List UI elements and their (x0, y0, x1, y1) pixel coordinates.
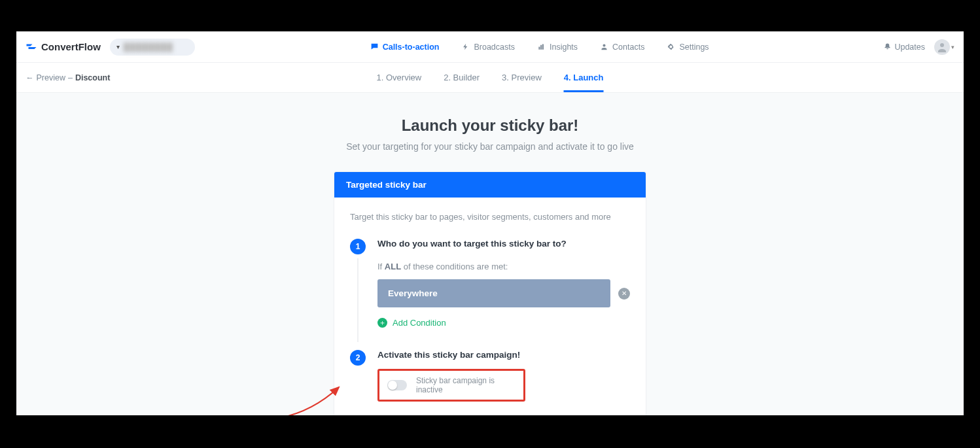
condition-intro: If ALL of these conditions are met: (377, 262, 630, 271)
step-indicator: 1 (350, 239, 366, 346)
nav-label: Settings (679, 43, 709, 52)
condition-label: Everywhere (388, 288, 438, 298)
nav-calls-to-action[interactable]: Calls-to-action (370, 43, 440, 52)
cond-suffix: of these conditions are met: (401, 262, 508, 271)
breadcrumb[interactable]: ← Preview – Discount (26, 73, 110, 82)
breadcrumb-preview: Preview (37, 73, 65, 82)
nav-insights[interactable]: Insights (537, 43, 578, 52)
step-number-1: 1 (350, 239, 366, 254)
page-subtitle: Set your targeting for your sticky bar c… (16, 141, 964, 152)
step-number-2: 2 (350, 350, 366, 366)
close-icon: ✕ (621, 290, 627, 297)
card-header: Targeted sticky bar (334, 172, 646, 198)
step-2-title: Activate this sticky bar campaign! (377, 350, 630, 360)
step-targeting: 1 Who do you want to target this sticky … (350, 239, 630, 346)
tab-builder[interactable]: 2. Builder (444, 63, 480, 92)
updates-label: Updates (894, 43, 925, 52)
site-name-blurred: ████████ (124, 43, 173, 52)
step-connector (357, 258, 359, 342)
chat-icon (370, 43, 379, 51)
tab-label: 3. Preview (502, 73, 542, 82)
hero: Launch your sticky bar! Set your targeti… (16, 116, 964, 152)
nav-broadcasts[interactable]: Broadcasts (461, 43, 515, 52)
top-nav: ConvertFlow ▾ ████████ Calls-to-action B… (16, 31, 964, 63)
nav-contacts[interactable]: Contacts (600, 43, 644, 52)
tab-overview[interactable]: 1. Overview (377, 63, 422, 92)
sub-nav: ← Preview – Discount 1. Overview 2. Buil… (16, 63, 964, 93)
step-1-title: Who do you want to target this sticky ba… (377, 239, 630, 249)
bell-icon (884, 43, 891, 52)
activate-toggle[interactable] (387, 380, 407, 390)
brand-icon (26, 41, 37, 53)
site-selector[interactable]: ▾ ████████ (110, 39, 195, 56)
caret-down-icon: ▾ (116, 43, 120, 50)
delete-condition-button[interactable]: ✕ (618, 288, 630, 300)
nav-label: Calls-to-action (383, 43, 440, 52)
breadcrumb-sep: – (68, 73, 73, 82)
builder-tabs: 1. Overview 2. Builder 3. Preview 4. Lau… (377, 63, 604, 92)
user-icon (600, 43, 608, 51)
targeting-card: Targeted sticky bar Target this sticky b… (334, 171, 646, 415)
activate-highlight-box: Sticky bar campaign is inactive (377, 369, 525, 402)
nav-settings[interactable]: Settings (667, 43, 709, 52)
back-arrow-icon: ← (26, 73, 34, 82)
person-icon (937, 42, 947, 52)
condition-chip[interactable]: Everywhere (377, 279, 610, 307)
gear-icon (667, 43, 675, 51)
tab-preview[interactable]: 3. Preview (502, 63, 542, 92)
tab-label: 1. Overview (377, 73, 422, 82)
condition-row: Everywhere ✕ (377, 279, 630, 307)
brand-name: ConvertFlow (41, 41, 101, 52)
avatar (934, 39, 950, 55)
tab-label: 4. Launch (564, 73, 604, 82)
tab-label: 2. Builder (444, 73, 480, 82)
bolt-icon (461, 43, 470, 51)
cond-bold: ALL (385, 262, 401, 271)
card-description: Target this sticky bar to pages, visitor… (350, 212, 630, 222)
step-activate: 2 Activate this sticky bar campaign! Sti… (350, 350, 630, 402)
page-title: Launch your sticky bar! (16, 116, 964, 135)
cond-prefix: If (377, 262, 385, 271)
nav-label: Insights (550, 43, 578, 52)
step-indicator: 2 (350, 350, 366, 402)
nav-right: Updates ▾ (884, 39, 954, 55)
nav-center: Calls-to-action Broadcasts Insights Cont… (195, 43, 884, 52)
nav-label: Broadcasts (474, 43, 515, 52)
brand-logo[interactable]: ConvertFlow (26, 41, 101, 53)
caret-down-icon: ▾ (951, 44, 954, 50)
add-condition-button[interactable]: ＋ Add Condition (377, 318, 630, 328)
page-body: Launch your sticky bar! Set your targeti… (16, 93, 964, 415)
bars-icon (537, 43, 546, 51)
breadcrumb-name: Discount (75, 73, 110, 82)
user-menu[interactable]: ▾ (934, 39, 954, 55)
tab-launch[interactable]: 4. Launch (564, 63, 604, 92)
plus-icon: ＋ (377, 318, 387, 328)
activate-status-text: Sticky bar campaign is inactive (416, 376, 516, 394)
updates-link[interactable]: Updates (884, 43, 925, 52)
add-condition-label: Add Condition (393, 318, 446, 328)
nav-label: Contacts (612, 43, 644, 52)
